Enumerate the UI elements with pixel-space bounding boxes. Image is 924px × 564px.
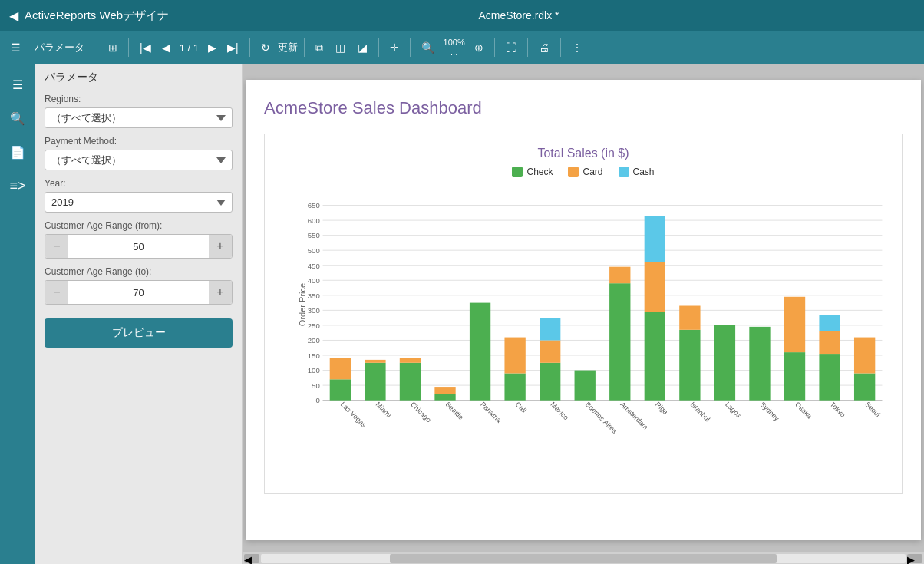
icon-bar-filter[interactable]: ≡> [4, 172, 31, 200]
svg-text:350: 350 [308, 292, 320, 300]
svg-rect-44 [609, 283, 630, 400]
age-from-decrement[interactable]: − [45, 235, 68, 258]
first-page-button[interactable]: |◀ [135, 38, 156, 57]
svg-text:550: 550 [308, 231, 320, 239]
split-right-button[interactable]: ◪ [353, 38, 372, 57]
next-page-button[interactable]: ▶ [203, 38, 221, 57]
chart-legend: Check Card Cash [277, 167, 889, 177]
param-year-label: Year: [45, 178, 233, 189]
param-age-to-stepper: − 70 + [45, 280, 233, 305]
age-to-decrement[interactable]: − [45, 281, 68, 304]
title-bar: ◀ ActiveReports Webデザイナ AcmeStore.rdlx * [0, 0, 924, 31]
horizontal-scrollbar[interactable]: ◀ ▶ [243, 552, 924, 564]
svg-text:250: 250 [308, 322, 320, 330]
sidebar-title: パラメータ [45, 71, 233, 84]
param-regions-select[interactable]: （すべて選択） [45, 107, 233, 128]
back-button[interactable]: ◀ [9, 8, 18, 23]
more-button[interactable]: ⋮ [567, 38, 587, 57]
svg-rect-57 [819, 315, 840, 331]
design-toggle-button[interactable]: ⊞ [104, 38, 122, 57]
report-title: AcmeStore Sales Dashboard [264, 98, 903, 118]
age-to-increment[interactable]: + [209, 281, 232, 304]
prev-page-button[interactable]: ◀ [157, 38, 175, 57]
param-age-from-stepper: − 50 + [45, 234, 233, 259]
move-button[interactable]: ✛ [385, 38, 404, 57]
svg-rect-58 [854, 373, 875, 400]
toolbar-separator-2 [128, 38, 129, 57]
param-regions: Regions: （すべて選択） [45, 94, 233, 128]
scroll-left-btn[interactable]: ◀ [244, 554, 259, 563]
icon-bar-document[interactable]: 📄 [4, 138, 31, 166]
svg-rect-45 [609, 267, 630, 284]
icon-bar-menu[interactable]: ☰ [4, 71, 31, 98]
svg-text:0: 0 [315, 397, 319, 405]
preview-button[interactable]: プレビュー [45, 318, 233, 348]
svg-rect-49 [679, 330, 700, 401]
svg-rect-30 [330, 358, 351, 379]
zoom-in-button[interactable]: ⊕ [470, 38, 488, 57]
file-title: AcmeStore.rdlx * [479, 9, 559, 21]
main: ☰ 🔍 📄 ≡> パラメータ Regions: （すべて選択） Payment … [0, 64, 924, 564]
scroll-right-btn[interactable]: ▶ [907, 554, 922, 563]
param-year: Year: 2019 [45, 178, 233, 213]
param-age-from: Customer Age Range (from): − 50 + [45, 220, 233, 259]
toolbar-separator-3 [249, 38, 250, 57]
fullscreen-button[interactable]: ⛶ [501, 38, 521, 57]
param-payment: Payment Method: （すべて選択） [45, 136, 233, 170]
zoom-value: 100%... [442, 38, 467, 58]
svg-text:Istanbul: Istanbul [688, 401, 711, 424]
title-bar-left: ◀ ActiveReports Webデザイナ [9, 8, 169, 23]
svg-rect-40 [540, 363, 560, 401]
refresh-button[interactable]: ↻ [256, 38, 275, 57]
svg-rect-39 [504, 338, 525, 374]
legend-check: Check [512, 167, 553, 177]
content-scroll[interactable]: AcmeStore Sales Dashboard Total Sales (i… [243, 64, 924, 552]
svg-text:Cali: Cali [514, 401, 528, 414]
svg-text:600: 600 [308, 216, 320, 225]
toolbar-separator-9 [560, 38, 561, 57]
copy-button[interactable]: ⧉ [311, 38, 328, 58]
svg-rect-42 [540, 318, 560, 340]
chart-title: Total Sales (in $) [277, 147, 889, 160]
toolbar-separator-4 [304, 38, 305, 57]
hamburger-button[interactable]: ☰ [6, 38, 25, 57]
scrollbar-thumb[interactable] [390, 554, 777, 563]
split-left-button[interactable]: ◫ [331, 38, 350, 57]
legend-cash: Cash [619, 167, 655, 177]
svg-text:50: 50 [312, 381, 320, 390]
toolbar-separator-8 [527, 38, 528, 57]
toolbar-separator-7 [494, 38, 495, 57]
svg-text:Seoul: Seoul [863, 401, 882, 419]
svg-rect-48 [645, 216, 665, 262]
svg-rect-47 [645, 262, 665, 312]
age-from-increment[interactable]: + [209, 235, 232, 258]
icon-bar-search[interactable]: 🔍 [4, 104, 31, 132]
svg-text:Sydney: Sydney [759, 401, 781, 423]
svg-text:Las Vegas: Las Vegas [339, 401, 368, 429]
svg-text:650: 650 [308, 201, 320, 209]
report-page: AcmeStore Sales Dashboard Total Sales (i… [246, 80, 921, 540]
svg-text:Mexico: Mexico [549, 401, 569, 421]
bars-group [330, 216, 876, 400]
svg-rect-56 [819, 331, 840, 354]
svg-text:Chicago: Chicago [409, 401, 433, 424]
svg-text:100: 100 [308, 366, 320, 374]
legend-check-dot [512, 167, 523, 177]
param-age-from-label: Customer Age Range (from): [45, 220, 233, 231]
print-button[interactable]: 🖨 [534, 38, 554, 57]
toolbar-separator-5 [378, 38, 379, 57]
legend-cash-dot [619, 167, 629, 177]
svg-text:Lagos: Lagos [724, 401, 743, 420]
toolbar: ☰ パラメータ ⊞ |◀ ◀ 1 / 1 ▶ ▶| ↻ 更新 ⧉ ◫ ◪ ✛ 🔍… [0, 31, 924, 64]
param-payment-select[interactable]: （すべて選択） [45, 150, 233, 170]
scrollbar-track[interactable] [261, 554, 906, 563]
zoom-out-button[interactable]: 🔍 [417, 38, 439, 57]
svg-text:Osaka: Osaka [794, 401, 813, 421]
svg-rect-55 [819, 354, 840, 401]
chart-svg: 050100150200250300350400450500550600650 … [315, 190, 889, 420]
legend-cash-label: Cash [633, 167, 655, 177]
legend-card: Card [568, 167, 602, 177]
last-page-button[interactable]: ▶| [223, 38, 243, 57]
legend-card-dot [568, 167, 579, 177]
param-year-select[interactable]: 2019 [45, 192, 233, 213]
